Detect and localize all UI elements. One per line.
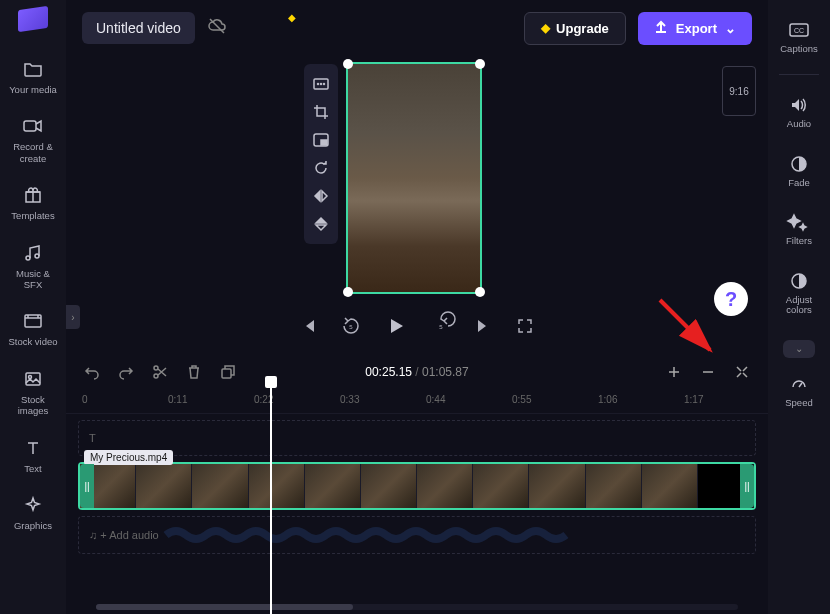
scrollbar-thumb[interactable] [96, 604, 353, 610]
export-button[interactable]: Export ⌄ [638, 12, 752, 45]
fullscreen-button[interactable] [512, 313, 538, 339]
timeline-toolbar: 00:25.15 / 01:05.87 [66, 356, 768, 388]
split-button[interactable] [150, 362, 170, 382]
filters-icon [789, 212, 809, 232]
play-button[interactable] [380, 310, 412, 342]
panel-item-audio[interactable]: Audio [771, 87, 827, 137]
gift-icon [22, 184, 44, 206]
topbar: Untitled video ◆ ◆ Upgrade Export ⌄ [66, 0, 768, 56]
delete-button[interactable] [184, 362, 204, 382]
video-thumb [473, 464, 529, 508]
svg-point-14 [324, 84, 325, 85]
adjust-icon [789, 271, 809, 291]
image-icon [22, 368, 44, 390]
upload-icon [654, 20, 668, 37]
timeline-ruler[interactable]: 0 0:11 0:22 0:33 0:44 0:55 1:06 1:17 [66, 388, 768, 414]
video-track-clip[interactable]: My Precious.mp4 || || [78, 462, 756, 510]
undo-button[interactable] [82, 362, 102, 382]
help-button[interactable]: ? [714, 282, 748, 316]
skip-end-button[interactable] [470, 313, 496, 339]
text-track-placeholder: T [89, 432, 96, 444]
clip-trim-right-handle[interactable]: || [740, 464, 754, 508]
svg-text:CC: CC [794, 27, 804, 34]
svg-rect-0 [24, 121, 36, 131]
cloud-sync-off-icon[interactable] [207, 18, 227, 38]
flip-vertical-button[interactable] [304, 210, 338, 238]
resize-handle-tl[interactable] [343, 59, 353, 69]
video-thumbnails [80, 464, 754, 508]
svg-text:5: 5 [439, 324, 443, 330]
svg-point-19 [154, 366, 158, 370]
flip-horizontal-button[interactable] [304, 182, 338, 210]
redo-button[interactable] [116, 362, 136, 382]
video-thumb [136, 464, 192, 508]
canvas-selection[interactable] [346, 62, 482, 294]
left-sidebar: Your media Record & create Templates Mus… [0, 0, 66, 614]
video-thumb [586, 464, 642, 508]
panel-item-speed[interactable]: Speed [771, 366, 827, 416]
sidebar-item-stock-images[interactable]: Stock images [3, 360, 63, 425]
right-sidebar: CC Captions Audio Fade Filters Adjust co… [768, 0, 830, 614]
timeline-tracks: T My Precious.mp4 || || ♫ + [66, 414, 768, 560]
playback-controls: 5 5 [296, 310, 538, 342]
collapse-right-panel-button[interactable]: ⌄ [783, 340, 815, 358]
svg-point-3 [35, 254, 39, 258]
panel-item-adjust-colors[interactable]: Adjust colors [771, 263, 827, 324]
rewind-5s-button[interactable]: 5 [338, 313, 364, 339]
zoom-in-button[interactable] [664, 362, 684, 382]
video-thumb [192, 464, 248, 508]
timeline-time-display: 00:25.15 / 01:05.87 [365, 365, 468, 379]
fit-button[interactable] [304, 70, 338, 98]
sidebar-item-templates[interactable]: Templates [3, 176, 63, 229]
forward-5s-button[interactable]: 5 [428, 313, 454, 339]
panel-item-filters[interactable]: Filters [771, 204, 827, 254]
video-preview[interactable] [348, 64, 480, 292]
svg-rect-16 [321, 140, 327, 145]
speaker-icon [789, 95, 809, 115]
crop-button[interactable] [304, 98, 338, 126]
panel-item-captions[interactable]: CC Captions [771, 12, 827, 62]
captions-icon: CC [789, 20, 809, 40]
app-logo-icon[interactable] [18, 6, 48, 32]
sidebar-item-record-create[interactable]: Record & create [3, 107, 63, 172]
camera-icon [22, 115, 44, 137]
svg-point-13 [321, 84, 322, 85]
resize-handle-tr[interactable] [475, 59, 485, 69]
text-track[interactable]: T [78, 420, 756, 456]
svg-point-2 [26, 256, 30, 260]
sidebar-item-text[interactable]: Text [3, 429, 63, 482]
svg-rect-21 [222, 369, 231, 378]
rotate-button[interactable] [304, 154, 338, 182]
sidebar-item-music-sfx[interactable]: Music & SFX [3, 234, 63, 299]
audio-track[interactable]: ♫ + Add audio [78, 516, 756, 554]
aspect-ratio-button[interactable]: 9:16 [722, 66, 756, 116]
upgrade-button[interactable]: ◆ Upgrade [524, 12, 626, 45]
pip-button[interactable] [304, 126, 338, 154]
skip-start-button[interactable] [296, 313, 322, 339]
svg-text:5: 5 [349, 324, 353, 330]
timeline-scrollbar[interactable] [96, 604, 738, 610]
zoom-fit-button[interactable] [732, 362, 752, 382]
text-icon [22, 437, 44, 459]
resize-handle-bl[interactable] [343, 287, 353, 297]
premium-badge-icon: ◆ [288, 12, 296, 23]
duplicate-button[interactable] [218, 362, 238, 382]
waveform-icon [166, 525, 566, 545]
clip-filename-label: My Precious.mp4 [84, 450, 173, 465]
divider [779, 74, 819, 75]
project-title-input[interactable]: Untitled video [82, 12, 195, 44]
sidebar-item-graphics[interactable]: Graphics [3, 486, 63, 539]
music-icon [22, 242, 44, 264]
speed-icon [789, 374, 809, 394]
sidebar-item-stock-video[interactable]: Stock video [3, 302, 63, 355]
sidebar-item-your-media[interactable]: Your media [3, 50, 63, 103]
panel-item-fade[interactable]: Fade [771, 146, 827, 196]
clip-trim-left-handle[interactable]: || [80, 464, 94, 508]
resize-handle-br[interactable] [475, 287, 485, 297]
video-icon [22, 310, 44, 332]
preview-area: 9:16 ? 5 5 [66, 56, 768, 346]
svg-point-20 [154, 374, 158, 378]
zoom-out-button[interactable] [698, 362, 718, 382]
video-thumb [642, 464, 698, 508]
video-thumb [529, 464, 585, 508]
